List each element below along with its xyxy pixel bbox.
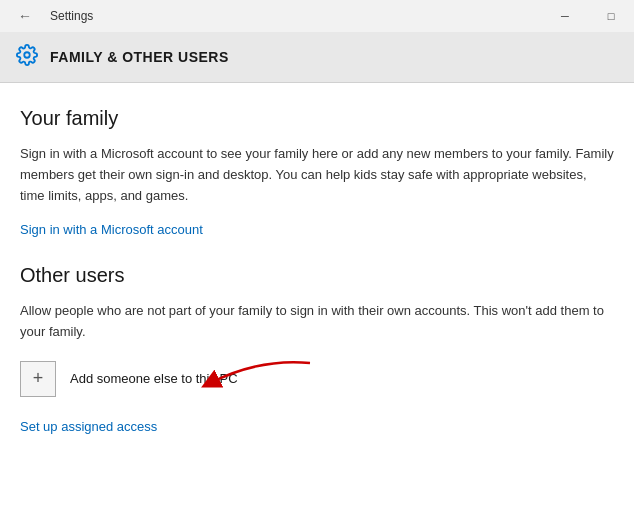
other-users-section: Other users Allow people who are not par… — [20, 264, 614, 435]
back-icon: ← — [18, 8, 32, 24]
add-someone-button[interactable]: + — [20, 361, 56, 397]
your-family-section: Your family Sign in with a Microsoft acc… — [20, 107, 614, 238]
titlebar-controls: ─ □ — [542, 0, 634, 32]
arrow-annotation — [200, 353, 320, 403]
main-content: Your family Sign in with a Microsoft acc… — [0, 83, 634, 528]
titlebar-title: Settings — [50, 9, 93, 23]
titlebar: ← Settings ─ □ — [0, 0, 634, 32]
other-users-title: Other users — [20, 264, 614, 287]
maximize-button[interactable]: □ — [588, 0, 634, 32]
set-up-assigned-access-link[interactable]: Set up assigned access — [20, 419, 157, 434]
your-family-title: Your family — [20, 107, 614, 130]
add-user-row: + Add someone else to this PC — [20, 361, 614, 397]
titlebar-left: ← Settings — [10, 1, 93, 31]
back-button[interactable]: ← — [10, 1, 40, 31]
sign-in-microsoft-link[interactable]: Sign in with a Microsoft account — [20, 222, 203, 237]
minimize-button[interactable]: ─ — [542, 0, 588, 32]
page-title: FAMILY & OTHER USERS — [50, 49, 229, 65]
minimize-icon: ─ — [561, 10, 569, 22]
your-family-description: Sign in with a Microsoft account to see … — [20, 144, 614, 206]
page-header: FAMILY & OTHER USERS — [0, 32, 634, 83]
svg-point-0 — [24, 52, 30, 58]
maximize-icon: □ — [608, 10, 615, 22]
gear-icon — [16, 44, 38, 70]
plus-icon: + — [33, 368, 44, 389]
set-up-assigned-access-container: Set up assigned access — [20, 417, 614, 435]
other-users-description: Allow people who are not part of your fa… — [20, 301, 614, 343]
